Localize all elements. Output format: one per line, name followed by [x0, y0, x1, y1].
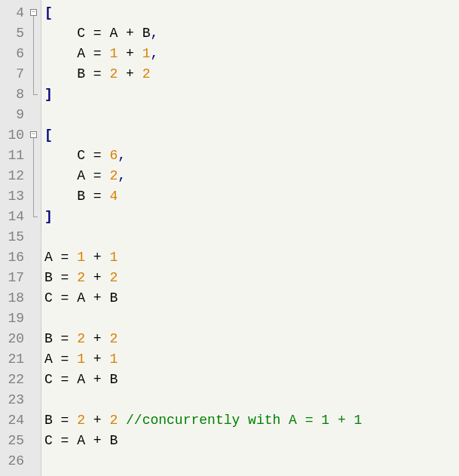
line-number: 4 — [3, 3, 24, 23]
fold-cell — [29, 146, 41, 166]
code-line[interactable] — [44, 105, 459, 125]
line-number: 25 — [3, 431, 24, 451]
code-editor: 4567891011121314151617181920212223242526… — [0, 0, 459, 476]
line-number: 9 — [3, 105, 24, 125]
code-line[interactable]: ] — [44, 84, 459, 105]
code-area[interactable]: [ C = A + B, A = 1 + 1, B = 2 + 2] [ C =… — [41, 0, 459, 476]
code-line[interactable] — [44, 309, 459, 329]
fold-cell — [29, 44, 41, 64]
code-line[interactable]: A = 1 + 1, — [44, 44, 459, 64]
line-number: 16 — [3, 247, 24, 268]
fold-cell — [29, 64, 41, 84]
code-line[interactable]: ] — [44, 207, 459, 227]
fold-cell: − — [29, 3, 41, 23]
fold-cell — [29, 247, 41, 268]
line-number: 20 — [3, 329, 24, 349]
fold-cell — [29, 23, 41, 44]
line-number: 6 — [3, 44, 24, 64]
line-number: 14 — [3, 207, 24, 227]
line-number: 7 — [3, 64, 24, 84]
fold-toggle-icon[interactable]: − — [30, 131, 37, 138]
code-line[interactable]: C = 6, — [44, 146, 459, 166]
line-number: 17 — [3, 268, 24, 288]
fold-cell — [29, 227, 41, 247]
fold-cell — [29, 451, 41, 471]
code-line[interactable]: [ — [44, 3, 459, 23]
code-line[interactable]: C = A + B, — [44, 23, 459, 44]
fold-cell — [29, 410, 41, 431]
fold-cell — [29, 329, 41, 349]
line-number: 18 — [3, 288, 24, 309]
code-line[interactable]: C = A + B — [44, 431, 459, 451]
code-line[interactable]: A = 2, — [44, 166, 459, 186]
line-number: 26 — [3, 451, 24, 471]
fold-cell — [29, 370, 41, 390]
line-number: 12 — [3, 166, 24, 186]
code-line[interactable] — [44, 227, 459, 247]
line-number: 10 — [3, 125, 24, 146]
line-number: 22 — [3, 370, 24, 390]
code-line[interactable]: B = 2 + 2 — [44, 268, 459, 288]
line-number: 11 — [3, 146, 24, 166]
line-number: 15 — [3, 227, 24, 247]
fold-cell — [29, 166, 41, 186]
fold-cell — [29, 288, 41, 309]
fold-cell — [29, 105, 41, 125]
code-line[interactable]: C = A + B — [44, 288, 459, 309]
fold-cell — [29, 349, 41, 370]
code-line[interactable]: B = 2 + 2 //concurrently with A = 1 + 1 — [44, 410, 459, 431]
code-line[interactable]: C = A + B — [44, 370, 459, 390]
line-number: 8 — [3, 84, 24, 105]
code-line[interactable]: A = 1 + 1 — [44, 247, 459, 268]
code-line[interactable]: B = 2 + 2 — [44, 329, 459, 349]
line-number: 19 — [3, 309, 24, 329]
fold-cell — [29, 309, 41, 329]
line-number: 24 — [3, 410, 24, 431]
fold-column: −− — [29, 0, 41, 476]
fold-cell — [29, 390, 41, 410]
code-line[interactable]: B = 4 — [44, 186, 459, 207]
code-line[interactable]: B = 2 + 2 — [44, 64, 459, 84]
line-number: 23 — [3, 390, 24, 410]
fold-cell — [29, 268, 41, 288]
code-line[interactable] — [44, 390, 459, 410]
fold-cell — [29, 186, 41, 207]
line-number: 5 — [3, 23, 24, 44]
line-number: 21 — [3, 349, 24, 370]
fold-toggle-icon[interactable]: − — [30, 9, 37, 16]
fold-cell — [29, 84, 41, 105]
fold-cell — [29, 431, 41, 451]
fold-cell: − — [29, 125, 41, 146]
code-line[interactable]: A = 1 + 1 — [44, 349, 459, 370]
line-number-gutter: 4567891011121314151617181920212223242526 — [0, 0, 29, 476]
code-line[interactable]: [ — [44, 125, 459, 146]
code-line[interactable] — [44, 451, 459, 471]
line-number: 13 — [3, 186, 24, 207]
fold-cell — [29, 207, 41, 227]
